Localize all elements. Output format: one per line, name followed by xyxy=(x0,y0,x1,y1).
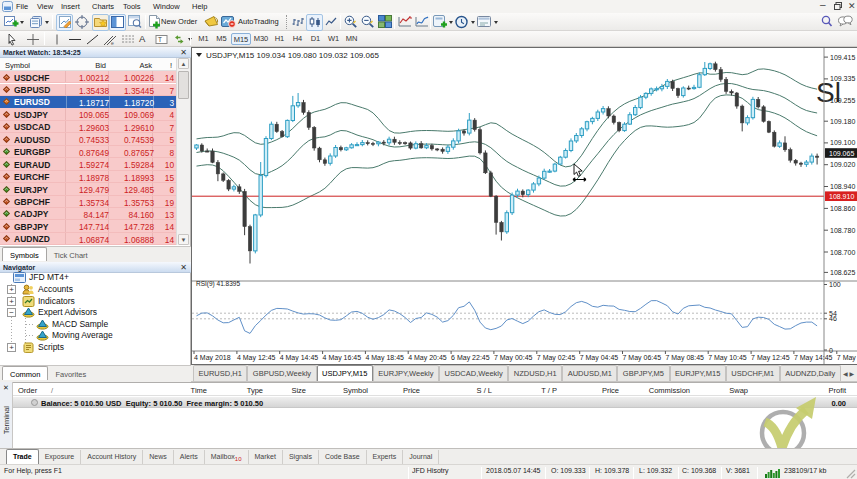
svg-text:109.335: 109.335 xyxy=(830,75,855,82)
svg-text:4 May 16:45: 4 May 16:45 xyxy=(323,354,362,362)
svg-text:7 May 06:45: 7 May 06:45 xyxy=(623,354,662,362)
svg-text:46: 46 xyxy=(829,315,837,322)
svg-text:4 May 2018: 4 May 2018 xyxy=(194,354,231,362)
svg-text:7 May 14:45: 7 May 14:45 xyxy=(794,354,833,362)
svg-text:108.700: 108.700 xyxy=(830,249,855,256)
svg-text:7 May 08:45: 7 May 08:45 xyxy=(665,354,704,362)
svg-text:7 May 16:45: 7 May 16:45 xyxy=(837,354,857,362)
svg-text:108.860: 108.860 xyxy=(830,205,855,212)
svg-text:109.100: 109.100 xyxy=(830,139,855,146)
svg-text:4 May 12:45: 4 May 12:45 xyxy=(237,354,276,362)
svg-text:109.020: 109.020 xyxy=(830,161,855,168)
svg-text:109.255: 109.255 xyxy=(830,97,855,104)
svg-text:108.940: 108.940 xyxy=(830,183,855,190)
svg-text:4 May 18:45: 4 May 18:45 xyxy=(365,354,404,362)
svg-text:109.065: 109.065 xyxy=(829,150,854,157)
svg-text:100: 100 xyxy=(829,281,841,288)
svg-text:7 May 10:45: 7 May 10:45 xyxy=(708,354,747,362)
svg-text:e: e xyxy=(111,40,114,46)
svg-text:109.180: 109.180 xyxy=(830,118,855,125)
svg-text:108.625: 108.625 xyxy=(830,269,855,276)
svg-text:T: T xyxy=(158,36,162,43)
svg-text:RSI(9) 41.8395: RSI(9) 41.8395 xyxy=(196,280,240,288)
svg-text:7 May 02:45: 7 May 02:45 xyxy=(537,354,576,362)
svg-text:7 May 12:45: 7 May 12:45 xyxy=(751,354,790,362)
svg-text:0: 0 xyxy=(829,347,833,354)
svg-text:108.910: 108.910 xyxy=(829,193,854,200)
svg-text:6 May 22:45: 6 May 22:45 xyxy=(451,354,490,362)
svg-text:USDJPY,M15 109.034 109.080 1: USDJPY,M15 109.034 109.080 109.032 109.0… xyxy=(206,51,379,60)
svg-text:108.780: 108.780 xyxy=(830,227,855,234)
svg-text:7 May 00:45: 7 May 00:45 xyxy=(494,354,533,362)
svg-text:4 May 20:45: 4 May 20:45 xyxy=(408,354,447,362)
svg-text:7 May 04:45: 7 May 04:45 xyxy=(580,354,619,362)
svg-text:4 May 14:45: 4 May 14:45 xyxy=(280,354,319,362)
svg-text:109.415: 109.415 xyxy=(830,54,855,61)
